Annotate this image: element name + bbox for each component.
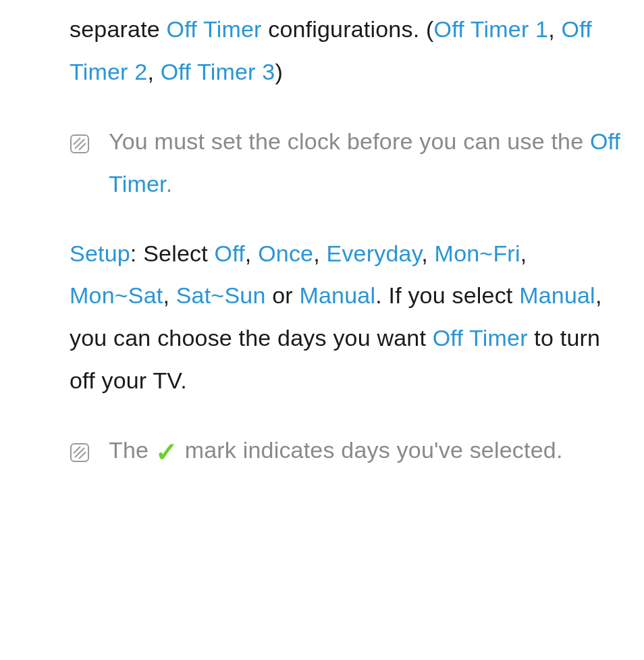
opt-manual: Manual [299,282,375,308]
text: or [266,282,300,308]
text: , [163,282,176,308]
note-icon [70,125,90,168]
text: mark indicates days you've selected. [178,437,563,463]
document-content: separate Off Timer configurations. (Off … [0,0,644,507]
text: , [313,240,326,266]
opt-monsat: Mon~Sat [70,282,163,308]
link-off-timer-1: Off Timer 1 [434,16,549,42]
text: , [548,16,561,42]
text: , [421,240,434,266]
opt-everyday: Everyday [327,240,422,266]
text: : Select [130,240,215,266]
link-off-timer-3: Off Timer 3 [161,59,275,84]
text: . If you select [375,282,519,308]
svg-line-1 [75,139,84,149]
svg-line-5 [75,448,84,457]
opt-manual: Manual [519,282,595,308]
intro-paragraph: separate Off Timer configurations. (Off … [70,8,625,93]
link-off-timer: Off Timer [167,16,262,42]
link-off-timer: Off Timer [433,325,528,351]
text: . [166,171,173,197]
text: separate [70,16,167,42]
text: configurations. ( [262,16,434,42]
setup-paragraph: Setup: Select Off, Once, Everyday, Mon~F… [70,232,625,403]
note-icon [70,434,90,476]
text: ) [275,59,283,84]
opt-off: Off [215,240,245,266]
text: , [245,240,258,266]
opt-monfri: Mon~Fri [435,240,520,266]
text: The [109,437,155,463]
text: , [147,59,160,84]
note-check-mark: The ✓ mark indicates days you've selecte… [70,429,625,472]
note-set-clock: You must set the clock before you can us… [70,120,625,205]
text: You must set the clock before you can us… [109,128,590,154]
opt-once: Once [258,240,313,266]
link-setup: Setup [70,240,130,266]
text: , [520,240,527,266]
opt-satsun: Sat~Sun [176,282,266,308]
